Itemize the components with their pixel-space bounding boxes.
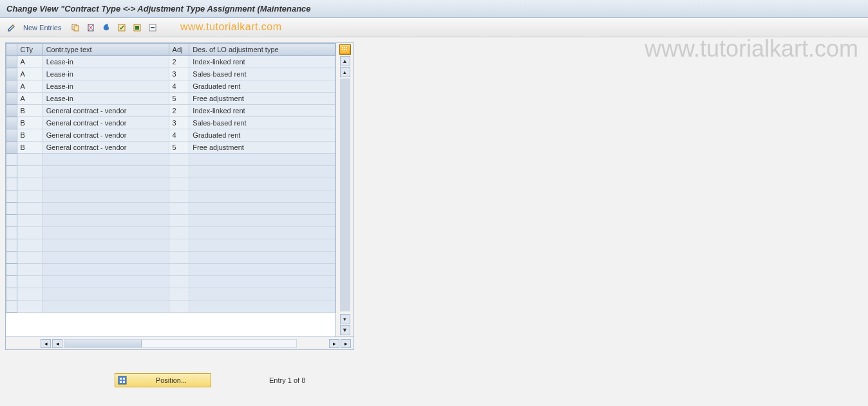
table-row[interactable]: ALease-in4Graduated rent: [6, 80, 335, 93]
cell-cty[interactable]: [17, 166, 42, 178]
scroll-up-icon[interactable]: ▲: [340, 56, 350, 66]
cell-adj[interactable]: 3: [169, 117, 189, 129]
col-adjdesc[interactable]: Des. of LO adjustment type: [189, 44, 335, 56]
cell-cty[interactable]: [17, 239, 42, 252]
table-row[interactable]: BGeneral contract - vendor2Index-linked …: [6, 105, 335, 117]
cell-cty[interactable]: [17, 215, 42, 227]
cell-cty[interactable]: [17, 288, 42, 300]
table-row[interactable]: [6, 154, 335, 166]
table-row[interactable]: [6, 227, 335, 239]
cell-cty[interactable]: [17, 190, 42, 203]
cell-cty[interactable]: [17, 203, 42, 215]
cell-adj[interactable]: [169, 227, 189, 239]
vscroll-track[interactable]: [340, 78, 350, 311]
cell-cty[interactable]: [17, 276, 42, 288]
cell-adj[interactable]: 5: [169, 93, 189, 105]
row-selector[interactable]: [6, 142, 17, 154]
cell-adj[interactable]: [169, 239, 189, 252]
select-block-icon[interactable]: [131, 21, 144, 34]
new-entries-button[interactable]: New Entries: [23, 24, 61, 32]
cell-adj[interactable]: [169, 252, 189, 264]
row-selector[interactable]: [6, 252, 17, 264]
table-row[interactable]: ALease-in2Index-linked rent: [6, 56, 335, 68]
row-selector[interactable]: [6, 56, 17, 68]
row-selector[interactable]: [6, 300, 17, 313]
cell-cty[interactable]: [17, 264, 42, 276]
copy-icon[interactable]: [69, 21, 82, 34]
col-cty[interactable]: CTy: [17, 44, 42, 56]
cell-cty[interactable]: [17, 227, 42, 239]
row-selector[interactable]: [6, 80, 17, 93]
row-selector[interactable]: [6, 276, 17, 288]
cell-adj[interactable]: [169, 154, 189, 166]
delete-icon[interactable]: [84, 21, 97, 34]
row-selector[interactable]: [6, 190, 17, 203]
cell-adj[interactable]: [169, 203, 189, 215]
table-row[interactable]: BGeneral contract - vendor4Graduated ren…: [6, 129, 335, 142]
scroll-line-up-icon[interactable]: ▴: [340, 67, 350, 77]
hscroll-thumb[interactable]: [64, 340, 142, 347]
row-selector[interactable]: [6, 68, 17, 80]
position-button[interactable]: Position...: [115, 373, 211, 387]
row-selector[interactable]: [6, 166, 17, 178]
undo-icon[interactable]: [100, 21, 113, 34]
cell-cty[interactable]: [17, 178, 42, 190]
table-row[interactable]: [6, 252, 335, 264]
cell-adj[interactable]: [169, 215, 189, 227]
scroll-first-icon[interactable]: ◂: [41, 339, 51, 348]
scroll-last-icon[interactable]: ▸: [341, 339, 351, 348]
cell-adj[interactable]: 4: [169, 129, 189, 142]
table-row[interactable]: [6, 276, 335, 288]
col-selector[interactable]: [6, 44, 17, 56]
cell-adj[interactable]: 2: [169, 105, 189, 117]
cell-cty[interactable]: B: [17, 129, 42, 142]
table-row[interactable]: BGeneral contract - vendor3Sales-based r…: [6, 117, 335, 129]
cell-adj[interactable]: [169, 276, 189, 288]
cell-cty[interactable]: A: [17, 56, 42, 68]
cell-adj[interactable]: [169, 166, 189, 178]
col-adj[interactable]: Adj: [169, 44, 189, 56]
table-row[interactable]: [6, 203, 335, 215]
row-selector[interactable]: [6, 117, 17, 129]
table-row[interactable]: [6, 215, 335, 227]
deselect-all-icon[interactable]: [146, 21, 159, 34]
row-selector[interactable]: [6, 203, 17, 215]
change-icon[interactable]: [5, 21, 18, 34]
cell-cty[interactable]: A: [17, 80, 42, 93]
row-selector[interactable]: [6, 288, 17, 300]
hscroll-track[interactable]: [64, 339, 297, 348]
cell-cty[interactable]: B: [17, 117, 42, 129]
row-selector[interactable]: [6, 239, 17, 252]
cell-cty[interactable]: [17, 154, 42, 166]
cell-cty[interactable]: A: [17, 93, 42, 105]
table-row[interactable]: [6, 288, 335, 300]
row-selector[interactable]: [6, 129, 17, 142]
row-selector[interactable]: [6, 154, 17, 166]
table-row[interactable]: BGeneral contract - vendor5Free adjustme…: [6, 142, 335, 154]
cell-cty[interactable]: B: [17, 142, 42, 154]
table-row[interactable]: [6, 166, 335, 178]
row-selector[interactable]: [6, 93, 17, 105]
cell-adj[interactable]: [169, 264, 189, 276]
table-row[interactable]: [6, 300, 335, 313]
cell-cty[interactable]: [17, 252, 42, 264]
table-row[interactable]: [6, 178, 335, 190]
cell-adj[interactable]: 2: [169, 56, 189, 68]
cell-cty[interactable]: A: [17, 68, 42, 80]
table-row[interactable]: ALease-in5Free adjustment: [6, 93, 335, 105]
cell-adj[interactable]: 5: [169, 142, 189, 154]
cell-adj[interactable]: [169, 288, 189, 300]
row-selector[interactable]: [6, 227, 17, 239]
cell-adj[interactable]: 3: [169, 68, 189, 80]
scroll-right-icon[interactable]: ▸: [329, 339, 339, 348]
scroll-left-icon[interactable]: ◂: [52, 339, 62, 348]
col-desc[interactable]: Contr.type text: [42, 44, 169, 56]
table-row[interactable]: [6, 264, 335, 276]
table-row[interactable]: [6, 239, 335, 252]
row-selector[interactable]: [6, 105, 17, 117]
scroll-line-down-icon[interactable]: ▾: [340, 314, 350, 324]
row-selector[interactable]: [6, 178, 17, 190]
cell-adj[interactable]: [169, 178, 189, 190]
scroll-down-icon[interactable]: ▼: [340, 325, 350, 335]
cell-cty[interactable]: B: [17, 105, 42, 117]
